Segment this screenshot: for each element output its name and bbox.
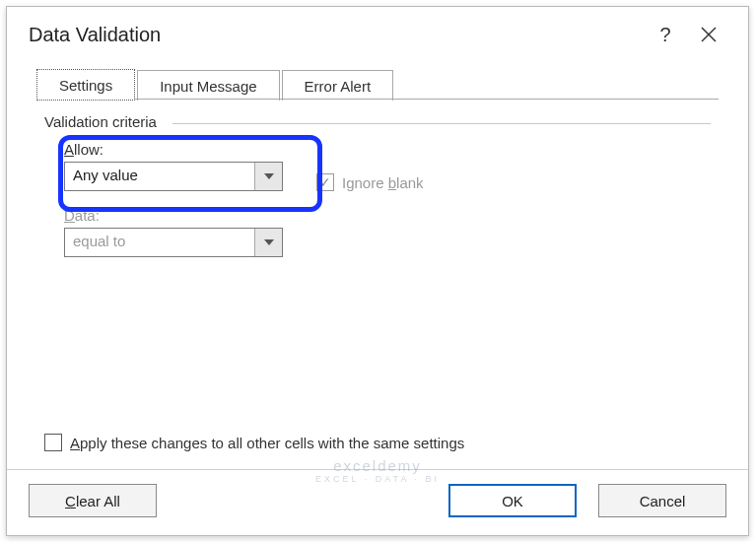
ignore-blank-checkbox (316, 173, 334, 191)
tab-input-message[interactable]: Input Message (137, 70, 279, 101)
apply-label: Apply these changes to all other cells w… (70, 435, 464, 451)
tab-error-alert[interactable]: Error Alert (282, 70, 394, 101)
clear-all-button[interactable]: Clear All (29, 484, 157, 517)
validation-criteria-group: Validation criteria Allow: Any value (44, 123, 711, 279)
close-icon (701, 27, 717, 42)
apply-checkbox[interactable] (44, 434, 62, 451)
dialog-title: Data Validation (29, 24, 644, 46)
apply-row: Apply these changes to all other cells w… (36, 432, 719, 469)
dialog-body: Settings Input Message Error Alert Valid… (7, 58, 748, 469)
data-dropdown-button (254, 229, 282, 256)
settings-panel: Validation criteria Allow: Any value (36, 100, 719, 432)
data-label: Data: (64, 207, 691, 224)
criteria-legend: Validation criteria (44, 113, 163, 130)
ignore-blank-label: Ignore blank (342, 174, 424, 191)
ignore-blank-row: Ignore blank (316, 173, 424, 191)
allow-value: Any value (65, 163, 254, 190)
data-validation-dialog: Data Validation ? Settings Input Message… (6, 6, 749, 536)
tab-bar: Settings Input Message Error Alert (36, 68, 719, 100)
cancel-button[interactable]: Cancel (598, 484, 726, 517)
divider (172, 123, 711, 124)
tab-settings[interactable]: Settings (36, 69, 135, 101)
chevron-down-icon (264, 173, 274, 179)
data-value: equal to (65, 229, 254, 256)
allow-dropdown-button[interactable] (254, 163, 282, 190)
help-button[interactable]: ? (644, 19, 687, 50)
titlebar: Data Validation ? (7, 7, 748, 58)
close-button[interactable] (687, 19, 730, 50)
allow-label: Allow: (64, 141, 283, 158)
button-bar: Clear All OK Cancel (7, 469, 748, 535)
allow-dropdown[interactable]: Any value (64, 162, 283, 191)
data-dropdown: equal to (64, 228, 283, 257)
chevron-down-icon (264, 239, 274, 245)
ok-button[interactable]: OK (448, 484, 577, 517)
